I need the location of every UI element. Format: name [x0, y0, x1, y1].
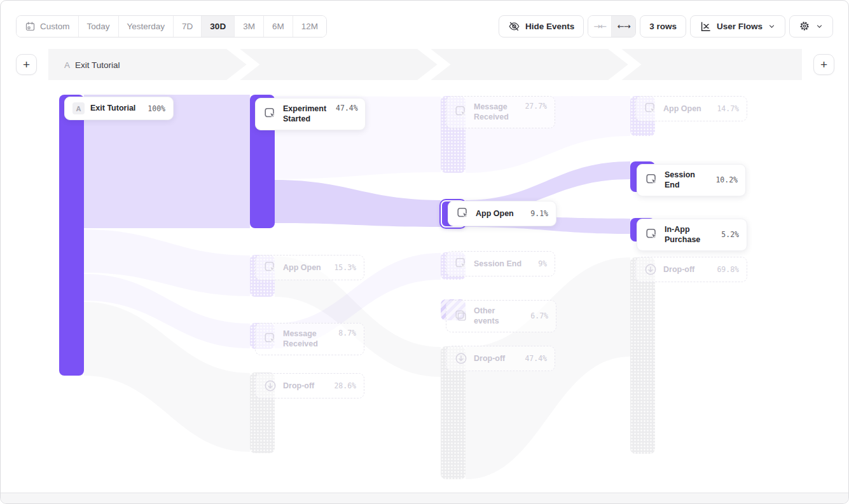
collapse-width-button[interactable]: →← [588, 16, 612, 37]
date-range-label: 3M [243, 22, 255, 31]
node-percent: 10.2% [712, 175, 738, 184]
node-card-message-received-c3[interactable]: Message Received 27.7% [446, 96, 555, 128]
event-icon [263, 261, 277, 275]
chart-width-toggle: →← ←→ [588, 15, 636, 37]
node-percent: 47.4% [521, 354, 547, 363]
node-label: Message Received [283, 329, 329, 350]
node-percent: 14.7% [713, 104, 739, 113]
node-card-message-received-c2[interactable]: Message Received 8.7% [255, 323, 364, 355]
node-percent: 9.1% [527, 209, 548, 218]
date-range-7d[interactable]: 7D [174, 16, 202, 37]
date-range-custom[interactable]: Custom [17, 16, 79, 37]
node-card-app-open-c4[interactable]: App Open 14.7% [635, 96, 747, 121]
node-bar-exit-tutorial[interactable] [59, 95, 84, 376]
event-icon [454, 257, 468, 271]
node-card-in-app-purchase-c4[interactable]: In-App Purchase 5.2% [637, 219, 747, 251]
gear-icon [799, 20, 810, 32]
date-range-label: 6M [272, 22, 284, 31]
node-bar-dropoff-c4[interactable] [630, 257, 655, 454]
node-label: Message Received [474, 102, 515, 123]
node-card-dropoff-c4[interactable]: Drop-off 69.8% [635, 257, 747, 282]
view-type-label: User Flows [717, 22, 763, 31]
dropoff-icon [644, 262, 658, 276]
node-label: Experiment Started [283, 104, 326, 125]
node-card-session-end-c4[interactable]: Session End 10.2% [637, 164, 746, 196]
collapse-arrows-icon: →← [593, 22, 606, 31]
node-label: Other events [474, 306, 521, 327]
event-icon [263, 107, 277, 121]
node-label: App Open [663, 104, 701, 114]
dropoff-icon [263, 379, 277, 393]
event-icon [645, 228, 659, 242]
node-card-other-events-c3[interactable]: Other events 6.7% [446, 300, 556, 332]
rows-button[interactable]: 3 rows [640, 15, 686, 37]
event-icon [456, 207, 470, 221]
date-range-label: 7D [182, 22, 193, 31]
rows-label: 3 rows [649, 22, 677, 31]
date-range-today[interactable]: Today [79, 16, 119, 37]
view-controls: Hide Events →← ←→ 3 rows User Flows [499, 15, 833, 37]
chevron-down-icon [815, 22, 824, 31]
expand-width-button[interactable]: ←→ [612, 16, 635, 37]
node-percent: 6.7% [527, 311, 548, 320]
node-label: Drop-off [283, 381, 314, 391]
step-name: Exit Tutorial [75, 60, 120, 69]
node-percent: 28.6% [330, 381, 356, 390]
date-range-label: Yesterday [127, 22, 165, 31]
node-label: Session End [474, 259, 521, 269]
add-step-left-button[interactable]: + [16, 54, 37, 75]
node-card-app-open-c2[interactable]: App Open 15.3% [255, 255, 364, 280]
view-type-dropdown[interactable]: User Flows [690, 15, 785, 37]
date-range-3m[interactable]: 3M [235, 16, 264, 37]
event-icon [644, 102, 658, 116]
node-card-exit-tutorial[interactable]: A Exit Tutorial 100% [64, 97, 174, 120]
plus-icon: + [820, 58, 827, 72]
date-range-label: Today [87, 22, 110, 31]
step-a-label: A Exit Tutorial [64, 60, 120, 69]
flow-step-header[interactable]: A Exit Tutorial [48, 49, 802, 80]
node-card-dropoff-c2[interactable]: Drop-off 28.6% [255, 373, 364, 398]
toolbar: Custom Today Yesterday 7D 30D 3M 6M 12M … [16, 15, 833, 37]
chevron-down-icon [768, 22, 776, 31]
date-range-12m[interactable]: 12M [293, 16, 326, 37]
event-icon [645, 173, 659, 187]
bottom-status-strip [1, 493, 848, 503]
flows-chart-icon [700, 20, 712, 32]
node-label: App Open [476, 208, 514, 219]
node-card-dropoff-c3[interactable]: Drop-off 47.4% [446, 346, 555, 371]
date-range-label: 30D [210, 22, 226, 31]
node-label: App Open [283, 262, 321, 273]
node-percent: 100% [144, 104, 165, 113]
node-label: In-App Purchase [665, 224, 712, 245]
plus-icon: + [23, 58, 30, 72]
dropoff-icon [454, 351, 468, 365]
settings-dropdown[interactable] [789, 15, 833, 37]
date-range-label: Custom [40, 22, 70, 31]
hide-events-label: Hide Events [525, 22, 574, 31]
step-a-badge: A [72, 102, 85, 114]
node-card-session-end-c3[interactable]: Session End 9% [446, 251, 555, 276]
node-label: Drop-off [474, 353, 505, 364]
date-range-selector: Custom Today Yesterday 7D 30D 3M 6M 12M [16, 15, 327, 37]
node-percent: 47.4% [332, 104, 358, 112]
date-range-30d-selected[interactable]: 30D [202, 16, 235, 37]
hide-events-button[interactable]: Hide Events [499, 15, 584, 37]
node-label: Exit Tutorial [90, 103, 135, 113]
step-badge: A [64, 60, 70, 69]
eye-off-icon [508, 20, 520, 32]
date-range-6m[interactable]: 6M [264, 16, 293, 37]
node-percent: 69.8% [713, 265, 739, 274]
calendar-icon [25, 21, 36, 32]
date-range-label: 12M [301, 22, 318, 31]
add-step-right-button[interactable]: + [813, 54, 834, 75]
node-percent: 5.2% [717, 230, 739, 239]
step-chevron-separators [48, 49, 802, 80]
date-range-yesterday[interactable]: Yesterday [119, 16, 174, 37]
node-percent: 9% [534, 259, 547, 268]
node-label: Session End [665, 170, 706, 191]
other-events-icon [454, 309, 468, 323]
node-card-app-open-c3[interactable]: App Open 9.1% [448, 201, 556, 226]
node-card-experiment-started[interactable]: Experiment Started 47.4% [255, 98, 366, 130]
date-range-toolbar: Custom Today Yesterday 7D 30D 3M 6M 12M [16, 15, 327, 37]
expand-arrows-icon: ←→ [618, 22, 630, 31]
